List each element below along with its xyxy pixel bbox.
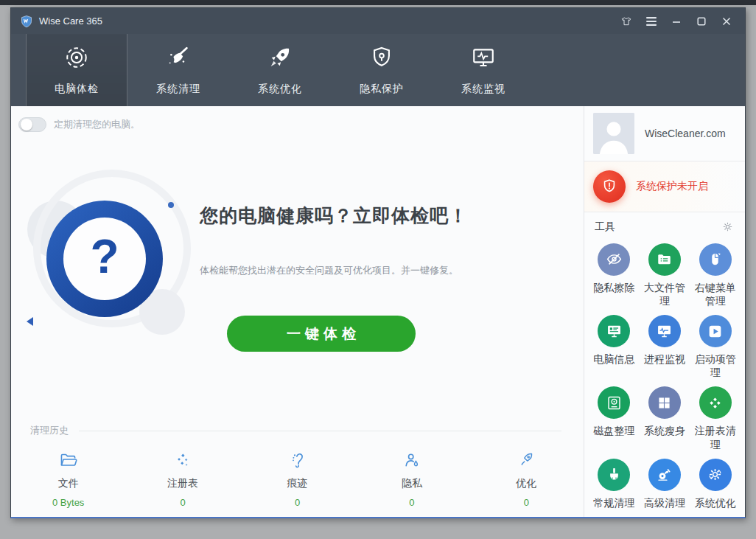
folder-list-icon: [648, 243, 681, 276]
diamonds-icon: [699, 386, 732, 419]
one-click-checkup-button[interactable]: 一键体检: [227, 316, 416, 352]
tool-pc-info[interactable]: 电脑信息: [589, 315, 639, 379]
alert-shield-icon: [593, 170, 626, 203]
scheduler-label: 定期清理您的电脑。: [54, 118, 140, 131]
tool-label: 高级清理: [643, 496, 687, 510]
tools-header: 工具: [584, 214, 745, 240]
tools-title: 工具: [595, 220, 720, 234]
tool-advanced-cleaner[interactable]: 高级清理: [640, 459, 690, 510]
history-label: 注册表: [167, 477, 198, 490]
history-value: 0: [409, 497, 414, 508]
disk-icon: [598, 386, 630, 419]
deco-dot: [168, 202, 174, 208]
tool-startup-manager[interactable]: 启动项管理: [690, 315, 741, 379]
monitor-info-icon: [598, 315, 630, 347]
app-shield-logo-icon: [20, 15, 33, 28]
history-item-optimization: 优化 0: [469, 451, 584, 508]
checkup-target-icon: [64, 45, 89, 73]
tool-common-cleaner[interactable]: 常规清理: [589, 459, 639, 510]
tab-system-monitor[interactable]: 系统监视: [433, 34, 534, 106]
tool-label: 启动项管理: [693, 352, 738, 379]
tab-label: 隐私保护: [360, 83, 404, 96]
tab-system-cleaner[interactable]: 系统清理: [127, 34, 229, 106]
titlebar[interactable]: Wise Care 365: [11, 8, 745, 34]
optimize-rocket-icon: [517, 451, 536, 470]
tool-registry-cleaner[interactable]: 注册表清理: [690, 386, 741, 451]
history-label: 文件: [58, 477, 79, 490]
history-label: 隐私: [402, 477, 422, 490]
minimize-icon[interactable]: [667, 13, 686, 30]
brush-icon: [598, 459, 630, 491]
tool-label: 系统瘦身: [643, 424, 687, 437]
content-area: 定期清理您的电脑。 ? 您的电脑健康吗？立即体检吧！: [11, 106, 745, 517]
hero-heading: 您的电脑健康吗？立即体检吧！: [200, 204, 468, 228]
account-name: WiseCleaner.com: [645, 128, 726, 139]
wise-care-365-window: Wise Care 365 电脑体检 系统清理: [10, 7, 746, 518]
maximize-icon[interactable]: [692, 13, 711, 30]
tool-disk-defrag[interactable]: 磁盘整理: [589, 386, 639, 451]
history-value: 0 Bytes: [52, 497, 84, 508]
tool-label: 系统优化: [693, 496, 738, 510]
tool-label: 大文件管理: [643, 281, 687, 307]
monitor-wave-icon: [648, 315, 681, 347]
mouse-icon: [699, 243, 732, 276]
hero-description: 体检能帮您找出潜在的安全问题及可优化项目。并一键修复。: [200, 264, 468, 277]
tab-label: 系统监视: [461, 83, 505, 96]
skin-icon[interactable]: [617, 13, 636, 30]
menu-icon[interactable]: [642, 13, 661, 30]
privacy-person-icon: [402, 451, 421, 470]
tool-context-menu-manager[interactable]: 右键菜单管理: [690, 243, 741, 307]
deco-triangle: [27, 317, 33, 326]
tool-process-monitor[interactable]: 进程监视: [640, 315, 690, 379]
tool-label: 进程监视: [643, 352, 687, 366]
tool-system-tuneup[interactable]: 系统优化: [690, 459, 741, 510]
alert-text: 系统保护未开启: [636, 180, 708, 193]
tab-system-tuneup[interactable]: 系统优化: [229, 34, 331, 106]
hero-text: 您的电脑健康吗？立即体检吧！ 体检能帮您找出潜在的安全问题及可优化项目。并一键修…: [200, 173, 468, 352]
checkup-hero: ? 您的电脑健康吗？立即体检吧！ 体检能帮您找出潜在的安全问题及可优化项目。并一…: [11, 173, 584, 352]
monitor-pulse-icon: [471, 45, 496, 73]
tool-privacy-eraser[interactable]: 隐私擦除: [589, 243, 639, 307]
tool-label: 电脑信息: [592, 352, 636, 366]
question-mark-illustration: ?: [23, 173, 194, 344]
tab-label: 系统清理: [156, 83, 200, 96]
gear-sync-icon: [699, 459, 732, 491]
rocket-icon: [267, 45, 293, 73]
play-icon: [699, 315, 732, 347]
desktop-top-strip: [0, 0, 756, 5]
tool-system-slimming[interactable]: 系统瘦身: [640, 386, 690, 451]
main-panel: 定期清理您的电脑。 ? 您的电脑健康吗？立即体检吧！: [11, 106, 584, 517]
tool-big-files-manager[interactable]: 大文件管理: [640, 243, 690, 307]
tool-label: 右键菜单管理: [693, 281, 738, 307]
question-mark: ?: [90, 229, 119, 284]
protection-alert[interactable]: 系统保护未开启: [584, 161, 745, 212]
tools-settings-gear-icon[interactable]: [720, 220, 735, 234]
sidebar: WiseCleaner.com 系统保护未开启 工具: [584, 106, 745, 517]
avatar: [593, 113, 634, 154]
tab-privacy-protector[interactable]: 隐私保护: [331, 34, 433, 106]
history-label: 优化: [516, 477, 536, 490]
broom-icon: [166, 45, 191, 73]
close-icon[interactable]: [717, 13, 736, 30]
scheduler-toggle[interactable]: [18, 117, 46, 132]
tool-label: 磁盘整理: [592, 424, 636, 437]
history-label: 痕迹: [287, 477, 308, 490]
history-item-registry: 注册表 0: [125, 451, 239, 508]
registry-icon: [173, 451, 192, 470]
history-item-files: 文件 0 Bytes: [11, 451, 125, 508]
question-ring: ?: [46, 201, 163, 317]
account-row[interactable]: WiseCleaner.com: [584, 106, 745, 161]
windows-logo-icon: [648, 386, 681, 419]
tab-pc-checkup[interactable]: 电脑体检: [26, 34, 127, 106]
tool-label: 注册表清理: [693, 424, 738, 451]
history-item-privacy: 隐私 0: [354, 451, 469, 508]
window-title: Wise Care 365: [39, 15, 102, 27]
tool-label: 常规清理: [592, 496, 636, 510]
toggle-knob: [21, 119, 32, 131]
history-item-traces: 痕迹 0: [240, 451, 354, 508]
history-items: 文件 0 Bytes 注册表 0 痕迹: [11, 451, 584, 508]
scheduler-row: 定期清理您的电脑。: [11, 106, 584, 134]
cleaning-history: 清理历史 文件 0 Bytes 注册表: [11, 424, 584, 517]
history-value: 0: [524, 497, 529, 508]
history-title: 清理历史: [30, 424, 69, 437]
